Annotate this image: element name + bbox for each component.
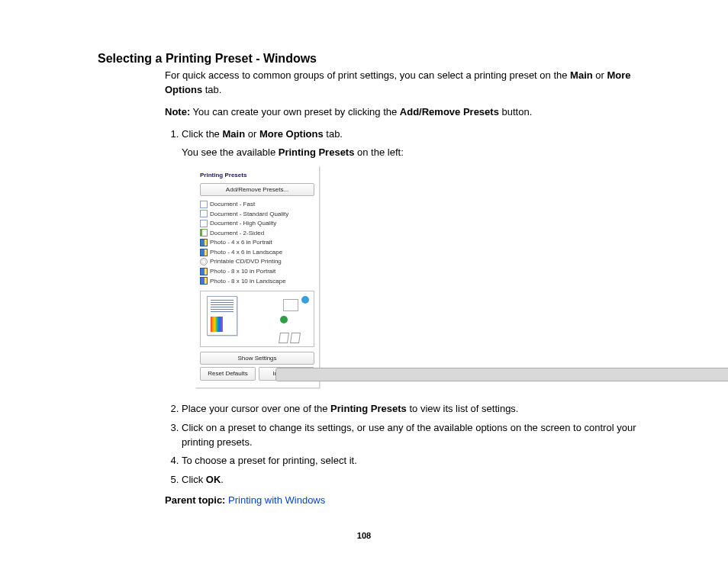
cd-icon: [200, 258, 208, 265]
preset-item[interactable]: Photo - 4 x 6 in Portrait: [200, 238, 314, 248]
note-addremove: Add/Remove Presets: [400, 106, 499, 117]
document-icon: [200, 220, 208, 227]
step1-sub-pre: You see the available: [182, 146, 279, 158]
preset-label: Document - Standard Quality: [210, 210, 288, 219]
preset-label: Document - High Quality: [210, 219, 276, 228]
step1-mid: or: [245, 128, 259, 140]
page-heading: Selecting a Printing Preset - Windows: [98, 52, 317, 66]
printer-preview-icon: [274, 299, 306, 323]
step1-sub-b: Printing Presets: [279, 146, 355, 158]
step5-pre: Click: [182, 474, 206, 485]
photo-icon: [200, 268, 208, 275]
preset-item[interactable]: Photo - 4 x 6 in Landscape: [200, 247, 314, 257]
step1-pre: Click the: [182, 128, 222, 140]
step5-post: .: [221, 474, 224, 485]
preset-label: Document - 2-Sided: [210, 229, 264, 238]
parent-topic-label: Parent topic:: [165, 494, 225, 506]
step1-sub-post: on the left:: [354, 146, 403, 158]
preset-label: Photo - 4 x 6 in Portrait: [210, 238, 272, 247]
preset-item[interactable]: Document - 2-Sided: [200, 228, 314, 238]
preset-preview: [200, 291, 314, 347]
parent-topic: Parent topic: Printing with Windows: [165, 494, 636, 508]
document-2sided-icon: [200, 229, 208, 236]
note-label: Note:: [165, 106, 190, 117]
step-1: Click the Main or More Options tab. You …: [182, 127, 636, 388]
preset-item[interactable]: Document - Standard Quality: [200, 209, 314, 219]
step-4: To choose a preset for printing, select …: [182, 454, 636, 468]
preset-label: Photo - 8 x 10 in Portrait: [210, 267, 275, 276]
add-remove-presets-button[interactable]: Add/Remove Presets...: [200, 183, 314, 197]
show-settings-button[interactable]: Show Settings: [200, 352, 314, 365]
note-pre: You can create your own preset by clicki…: [190, 106, 400, 117]
preset-item[interactable]: Document - High Quality: [200, 219, 314, 229]
photo-icon: [200, 239, 208, 246]
photo-icon: [200, 249, 208, 256]
note-paragraph: Note: You can create your own preset by …: [165, 105, 636, 120]
step1-post: tab.: [324, 128, 343, 140]
preset-item[interactable]: Photo - 8 x 10 in Landscape: [200, 276, 314, 286]
page-number: 108: [0, 531, 728, 540]
presets-panel: Printing Presets Add/Remove Presets... D…: [195, 166, 320, 388]
step1-moreoptions: More Options: [259, 128, 324, 140]
step2-pre: Place your cursor over one of the: [182, 403, 330, 414]
preset-list: Document - Fast Document - Standard Qual…: [200, 199, 314, 285]
photo-icon: [200, 277, 208, 285]
parent-topic-link[interactable]: Printing with Windows: [228, 494, 325, 506]
intro-paragraph: For quick access to common groups of pri…: [165, 69, 636, 98]
step-3: Click on a preset to change its settings…: [182, 421, 636, 450]
step-2: Place your cursor over one of the Printi…: [182, 402, 636, 417]
preset-label: Document - Fast: [210, 200, 255, 209]
step-5: Click OK.: [182, 473, 636, 487]
intro-post: tab.: [202, 84, 221, 95]
step2-b: Printing Presets: [330, 403, 407, 414]
intro-text: For quick access to common groups of pri…: [165, 69, 570, 81]
preset-label: Printable CD/DVD Printing: [210, 257, 282, 266]
document-preview-icon: [207, 296, 237, 336]
reset-defaults-button[interactable]: Reset Defaults: [200, 367, 256, 381]
intro-mid: or: [593, 69, 607, 81]
step1-main: Main: [222, 128, 245, 140]
note-post: button.: [499, 106, 532, 117]
step2-post: to view its list of settings.: [407, 403, 519, 414]
document-icon: [200, 201, 208, 208]
preset-label: Photo - 8 x 10 in Landscape: [210, 277, 286, 286]
intro-main: Main: [570, 69, 593, 81]
preset-item[interactable]: Photo - 8 x 10 in Portrait: [200, 267, 314, 277]
document-icon: [200, 210, 208, 217]
paper-icons: [279, 333, 300, 343]
preset-item[interactable]: Printable CD/DVD Printing: [200, 257, 314, 267]
steps-list: Click the Main or More Options tab. You …: [165, 127, 636, 488]
step5-b: OK: [206, 474, 221, 485]
preset-label: Photo - 4 x 6 in Landscape: [210, 248, 282, 257]
preset-item[interactable]: Document - Fast: [200, 199, 314, 209]
panel-title: Printing Presets: [200, 171, 316, 180]
